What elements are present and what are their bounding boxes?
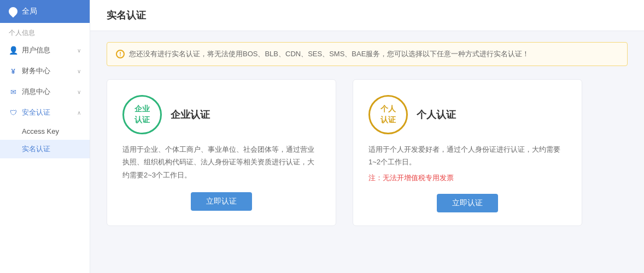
sidebar: 全局 个人信息 👤 用户信息 ∨ ¥ 财务中心 ∨ ✉ 消息中心 ∨ 🛡 安全认… xyxy=(0,0,90,273)
chevron-down-icon: ∨ xyxy=(77,68,81,74)
sidebar-item-messages-label: 消息中心 xyxy=(22,87,50,97)
enterprise-verify-button[interactable]: 立即认证 xyxy=(191,192,252,211)
warning-banner: ! 您还没有进行实名认证，将无法使用BOS、BLB、CDN、SES、SMS、BA… xyxy=(107,42,628,66)
personal-card: 个人认证 个人认证 适用于个人开发爱好者，通过个人身份证进行认证，大约需要1~2… xyxy=(353,79,582,226)
personal-btn-wrap: 立即认证 xyxy=(368,194,566,212)
cards-container: 企业认证 企业认证 适用于企业、个体工商户、事业单位、社会团体等，通过营业执照、… xyxy=(107,79,628,226)
sidebar-item-finance-label: 财务中心 xyxy=(22,66,50,76)
chevron-up-icon: ∧ xyxy=(77,110,81,116)
enterprise-card-desc: 适用于企业、个体工商户、事业单位、社会团体等，通过营业执照、组织机构代码证、法人… xyxy=(122,143,320,181)
sidebar-item-security-label: 安全认证 xyxy=(22,108,50,117)
enterprise-card-header: 企业认证 企业认证 xyxy=(122,95,320,134)
shield-icon: 🛡 xyxy=(9,108,17,117)
main-content: 实名认证 ! 您还没有进行实名认证，将无法使用BOS、BLB、CDN、SES、S… xyxy=(90,0,644,273)
sidebar-sub-item-access-key[interactable]: Access Key xyxy=(0,123,90,140)
chevron-down-icon: ∨ xyxy=(77,89,81,95)
enterprise-card-title: 企业认证 xyxy=(171,108,210,121)
user-icon: 👤 xyxy=(9,46,17,55)
sidebar-item-user-info-label: 用户信息 xyxy=(22,45,50,55)
personal-card-header: 个人认证 个人认证 xyxy=(368,95,566,134)
personal-verify-button[interactable]: 立即认证 xyxy=(437,194,498,212)
personal-card-note: 注：无法开增值税专用发票 xyxy=(368,173,566,183)
sidebar-item-security[interactable]: 🛡 安全认证 ∧ xyxy=(0,102,90,123)
finance-icon: ¥ xyxy=(9,67,17,75)
enterprise-btn-wrap: 立即认证 xyxy=(122,192,320,211)
section-label: 个人信息 xyxy=(0,23,90,40)
location-icon xyxy=(7,5,20,18)
warning-text: 您还没有进行实名认证，将无法使用BOS、BLB、CDN、SES、SMS、BAE服… xyxy=(129,49,529,59)
sidebar-sub-item-realname-label: 实名认证 xyxy=(22,145,50,153)
enterprise-card: 企业认证 企业认证 适用于企业、个体工商户、事业单位、社会团体等，通过营业执照、… xyxy=(107,79,336,226)
sidebar-top[interactable]: 全局 xyxy=(0,0,90,23)
sidebar-sub-item-realname[interactable]: 实名认证 xyxy=(0,140,90,158)
page-title: 实名认证 xyxy=(90,0,644,31)
personal-stamp: 个人认证 xyxy=(368,95,408,134)
sidebar-item-user-info[interactable]: 👤 用户信息 ∨ xyxy=(0,40,90,61)
chevron-down-icon: ∨ xyxy=(77,48,81,54)
sidebar-item-finance[interactable]: ¥ 财务中心 ∨ xyxy=(0,61,90,81)
sidebar-top-label: 全局 xyxy=(22,7,37,16)
personal-card-title: 个人认证 xyxy=(417,108,456,121)
personal-card-desc: 适用于个人开发爱好者，通过个人身份证进行认证，大约需要1~2个工作日。 xyxy=(368,143,566,169)
enterprise-stamp: 企业认证 xyxy=(122,95,162,134)
sidebar-item-messages[interactable]: ✉ 消息中心 ∨ xyxy=(0,81,90,102)
message-icon: ✉ xyxy=(9,87,17,96)
sidebar-sub-item-access-key-label: Access Key xyxy=(22,127,59,135)
warning-icon: ! xyxy=(116,50,125,58)
